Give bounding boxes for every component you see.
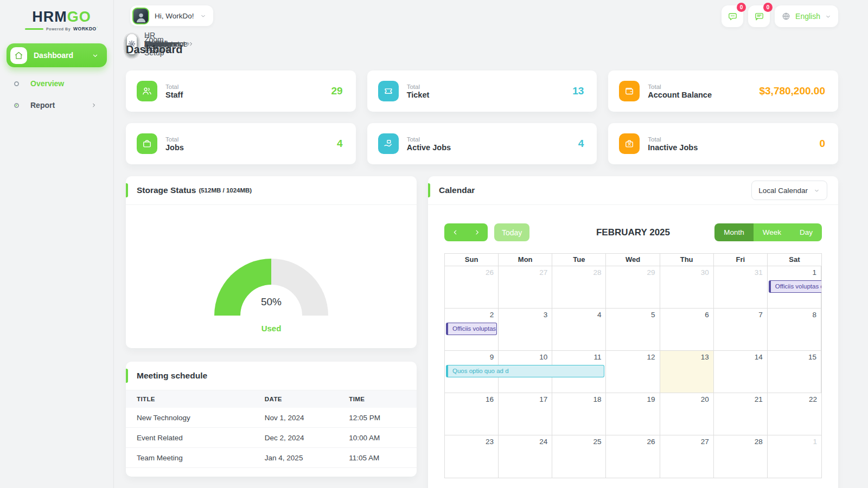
calendar-source-select[interactable]: Local Calendar	[751, 181, 827, 200]
stat-name: Jobs	[165, 143, 184, 152]
day-number: 27	[660, 435, 713, 448]
app-logo: HRMGO Powered By WORKDOʾ	[16, 9, 107, 31]
notifications-button[interactable]: 0	[748, 5, 770, 27]
calendar-day-cell[interactable]: 4	[552, 309, 606, 351]
stat-card-jobs: TotalJobs4	[126, 123, 356, 164]
stat-value: 29	[331, 85, 343, 97]
day-number: 7	[714, 309, 767, 321]
calendar-day-cell[interactable]: 31	[714, 266, 768, 309]
chevron-down-icon	[825, 13, 832, 20]
calendar-day-cell[interactable]: 5	[606, 309, 660, 351]
stat-name: Active Jobs	[407, 143, 451, 152]
day-number: 25	[552, 435, 605, 448]
calendar-day-cell[interactable]: 1	[768, 435, 821, 478]
page-title: Dashboard	[126, 43, 838, 56]
calendar-day-cell[interactable]: 20	[660, 393, 714, 435]
logo-text: HRMGO	[16, 9, 107, 25]
calendar-day-cell[interactable]: 25	[552, 435, 606, 478]
day-number: 26	[606, 435, 659, 448]
stat-name: Inactive Jobs	[648, 143, 698, 152]
calendar-title: Calendar	[439, 185, 475, 195]
calendar-day-cell[interactable]: 27	[660, 435, 714, 478]
meeting-title: Team Meeting	[126, 448, 254, 468]
chevron-right-icon	[91, 102, 97, 108]
day-number: 31	[714, 266, 767, 279]
calendar-day-cell[interactable]: 19	[606, 393, 660, 435]
stat-name: Ticket	[407, 91, 430, 99]
calendar-day-cell[interactable]: 30	[660, 266, 714, 309]
meeting-time: 12:05 PM	[338, 408, 417, 428]
meeting-title: New Technology	[126, 408, 254, 428]
calendar-day-cell[interactable]: 12	[606, 351, 660, 393]
stat-name: Staff	[165, 91, 183, 99]
calendar-day-cell[interactable]: 13	[660, 351, 714, 393]
calendar-day-cell[interactable]: 29	[606, 266, 660, 309]
day-of-week-header: Thu	[660, 254, 714, 266]
day-number: 28	[714, 435, 767, 448]
calendar-day-cell[interactable]: 6	[660, 309, 714, 351]
sidebar-item-report[interactable]: Report	[7, 94, 107, 116]
sidebar-item-label: Dashboard	[34, 51, 91, 60]
calendar-day-cell[interactable]: 22	[768, 393, 821, 435]
stat-card-staff: TotalStaff29	[126, 70, 356, 112]
briefcase-icon	[137, 133, 157, 154]
calendar-day-cell[interactable]: 26	[445, 266, 499, 309]
calendar-event[interactable]: Officiis voluptas c	[446, 323, 497, 335]
hand-box-icon	[378, 133, 399, 154]
calendar-day-cell[interactable]: 28	[714, 435, 768, 478]
sidebar-item-overview[interactable]: Overview	[7, 73, 107, 94]
column-header-title: TITLE	[126, 390, 254, 408]
logo-underline	[25, 28, 43, 30]
calendar-day-cell[interactable]: 14	[714, 351, 768, 393]
sidebar-item-dashboard[interactable]: Dashboard	[7, 43, 107, 67]
calendar-day-cell[interactable]: 17	[499, 393, 552, 435]
calendar-grid: SunMonTueWedThuFriSat 2627282930311Offic…	[444, 253, 822, 478]
day-view-button[interactable]: Day	[790, 223, 822, 241]
calendar-card: Calendar Local Calendar Today FEBRUARY 2…	[428, 176, 838, 488]
stat-total-label: Total	[407, 136, 451, 143]
calendar-day-cell[interactable]: 3	[499, 309, 552, 351]
stat-total-label: Total	[165, 136, 184, 143]
calendar-day-cell[interactable]: 26	[606, 435, 660, 478]
calendar-day-cell[interactable]: 8	[768, 309, 821, 351]
users-icon	[137, 81, 157, 101]
globe-icon	[781, 11, 791, 21]
calendar-day-cell[interactable]: 18	[552, 393, 606, 435]
stat-value: $3,780,200.00	[759, 85, 825, 97]
storage-gauge: 50% Used	[214, 259, 328, 316]
meeting-row: Team MeetingJan 4, 202511:05 AM	[126, 448, 417, 468]
day-number: 4	[552, 309, 605, 321]
calendar-week-row: 2345678Officiis voluptas c	[445, 309, 821, 351]
day-number: 5	[606, 309, 659, 321]
sidebar-item-label: Overview	[30, 79, 64, 88]
storage-title: Storage Status	[137, 185, 196, 195]
powered-by-label: Powered By	[46, 27, 71, 31]
calendar-day-cell[interactable]: 28	[552, 266, 606, 309]
meeting-time: 11:05 AM	[338, 448, 417, 468]
meeting-schedule-table: TITLEDATETIME New TechnologyNov 1, 20241…	[126, 390, 417, 468]
calendar-day-cell[interactable]: 16	[445, 393, 499, 435]
bullet-icon	[14, 81, 19, 86]
calendar-day-cell[interactable]: 27	[499, 266, 552, 309]
day-number: 11	[552, 351, 605, 363]
calendar-day-cell[interactable]: 21	[714, 393, 768, 435]
day-number: 17	[499, 393, 552, 406]
stat-card-active-jobs: TotalActive Jobs4	[367, 123, 597, 164]
stat-name: Account Balance	[648, 91, 712, 99]
calendar-day-cell[interactable]: 7	[714, 309, 768, 351]
month-view-button[interactable]: Month	[714, 223, 754, 241]
day-number: 2	[445, 309, 498, 321]
calendar-day-cell[interactable]: 23	[445, 435, 499, 478]
calendar-event[interactable]: Officiis voluptas c	[769, 280, 821, 293]
calendar-day-cell[interactable]: 15	[768, 351, 821, 393]
calendar-week-row: 16171819202122	[445, 393, 821, 435]
messages-button[interactable]: 0	[722, 5, 743, 27]
week-view-button[interactable]: Week	[754, 223, 790, 241]
language-selector[interactable]: English	[775, 5, 838, 27]
day-number: 19	[606, 393, 659, 406]
day-of-week-header: Sun	[445, 254, 499, 266]
calendar-day-cell[interactable]: 24	[499, 435, 552, 478]
user-menu[interactable]: Hi, WorkDo!	[130, 5, 213, 26]
calendar-event[interactable]: Quos optio quo ad d	[446, 365, 604, 377]
stat-value: 13	[572, 85, 584, 97]
